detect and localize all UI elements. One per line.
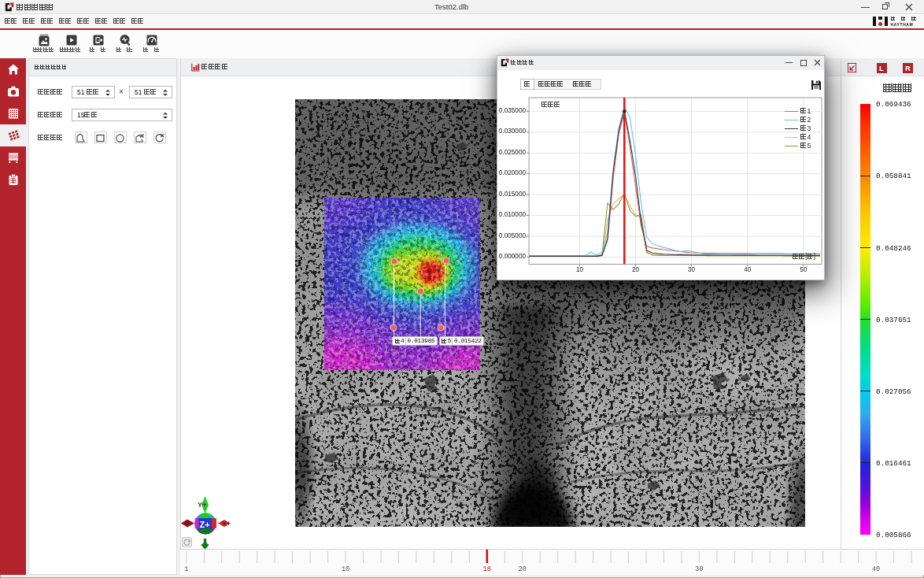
svg-text:X+: X+ xyxy=(222,520,231,528)
svg-text:Y+: Y+ xyxy=(198,501,206,509)
svg-text:Z+: Z+ xyxy=(200,520,210,529)
